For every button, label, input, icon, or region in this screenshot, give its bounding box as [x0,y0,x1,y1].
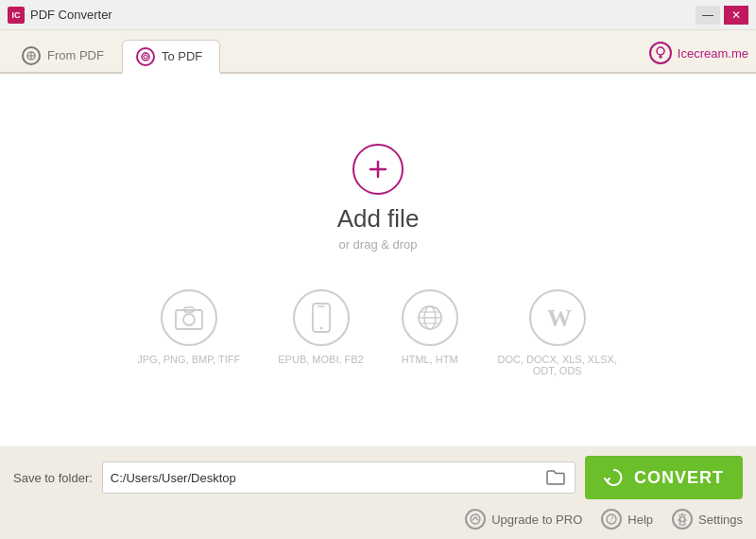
save-folder-input[interactable] [111,471,539,485]
bottom-bar: Save to folder: CONVERT [0,446,756,539]
svg-point-5 [657,47,664,55]
convert-button-label: CONVERT [634,468,724,488]
window-title: PDF Converter [30,8,112,22]
upgrade-label: Upgrade to PRO [491,513,582,527]
main-content: Add file or drag & drop JPG, PNG, BMP, T… [0,74,756,446]
gear-svg [676,513,689,526]
add-file-area[interactable]: Add file or drag & drop [337,144,420,252]
to-pdf-tab-label: To PDF [162,49,202,63]
save-row: Save to folder: CONVERT [13,456,743,499]
add-file-icon [352,144,404,195]
upgrade-button[interactable]: Upgrade to PRO [465,509,582,530]
add-file-title: Add file [337,204,420,234]
title-bar-controls: — ✕ [696,6,748,25]
phone-icon [311,303,332,333]
word-icon: W [542,302,573,334]
svg-point-14 [319,327,322,330]
svg-point-3 [142,53,149,61]
save-to-folder-label: Save to folder: [13,471,93,485]
close-button[interactable]: ✕ [724,6,748,25]
plus-icon [365,156,391,183]
format-item-image: JPG, PNG, BMP, TIFF [137,289,240,365]
help-button[interactable]: ? Help [601,509,653,530]
icecream-brand-label: Icecream.me [678,46,748,61]
icecream-brand-icon [649,42,672,64]
footer-row: Upgrade to PRO ? Help Settings [13,509,743,530]
from-pdf-tab-label: From PDF [47,48,104,62]
format-label-doc: DOC, DOCX, XLS, XLSX, ODT, ODS [496,354,619,376]
format-item-doc: W DOC, DOCX, XLS, XLSX, ODT, ODS [496,289,619,376]
format-item-ebook: EPUB, MOBI, FB2 [278,289,363,365]
globe-icon [415,303,445,333]
help-label: Help [627,513,653,527]
format-label-image: JPG, PNG, BMP, TIFF [137,354,240,365]
title-bar-left: IC PDF Converter [8,7,112,24]
format-icon-image [161,289,217,346]
format-icon-doc: W [529,289,586,346]
camera-icon [174,304,204,331]
format-label-html: HTML, HTM [402,354,458,365]
settings-icon [672,509,693,530]
save-input-wrap [102,461,576,494]
refresh-icon [604,467,625,488]
add-file-subtitle: or drag & drop [338,237,417,252]
icecream-svg [655,46,666,60]
svg-text:W: W [547,304,572,332]
to-pdf-tab-icon [136,47,155,66]
svg-point-4 [144,55,147,59]
upgrade-svg [470,513,481,525]
upgrade-icon [465,509,486,530]
settings-label: Settings [698,513,743,527]
format-icon-ebook [293,289,350,346]
tab-bar: From PDF To PDF Icecream.me [0,30,756,74]
from-pdf-svg [26,51,36,61]
app-icon: IC [8,7,25,24]
from-pdf-tab-icon [22,46,41,65]
minimize-button[interactable]: — [696,6,720,25]
settings-button[interactable]: Settings [672,509,743,530]
format-item-html: HTML, HTM [402,289,458,365]
help-svg: ? [606,513,617,525]
svg-rect-10 [176,310,202,329]
format-icon-html [402,289,458,346]
folder-icon [546,469,565,486]
title-bar: IC PDF Converter — ✕ [0,0,756,30]
tab-to-pdf[interactable]: To PDF [122,40,220,74]
browse-folder-button[interactable] [544,466,567,489]
convert-button[interactable]: CONVERT [585,456,743,499]
tab-from-pdf[interactable]: From PDF [8,38,122,72]
help-icon: ? [601,509,622,530]
to-pdf-svg [141,52,150,61]
icecream-link[interactable]: Icecream.me [649,42,748,72]
svg-point-22 [471,514,480,524]
formats-row: JPG, PNG, BMP, TIFF EPUB, MOBI, FB2 [137,289,618,376]
svg-text:?: ? [610,515,613,524]
svg-point-11 [183,314,195,325]
format-label-ebook: EPUB, MOBI, FB2 [278,354,363,365]
